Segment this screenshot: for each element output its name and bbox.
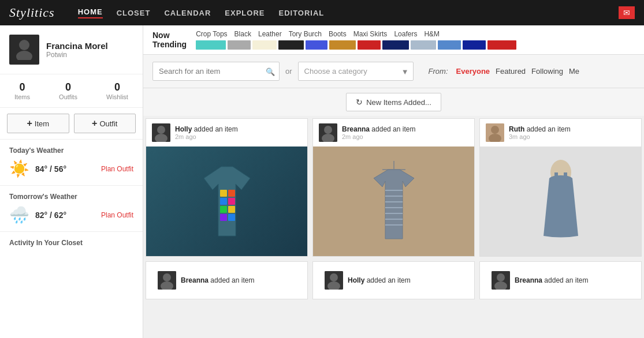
nav-explore[interactable]: EXPLORE xyxy=(225,9,265,17)
avatar-icon-b2 xyxy=(158,271,176,290)
svg-point-0 xyxy=(19,40,29,50)
search-icon[interactable]: 🔍 xyxy=(266,67,275,76)
item-image-ruth[interactable] xyxy=(480,147,641,256)
profile-name: Francina Morel xyxy=(46,41,108,51)
swatch-medium-blue xyxy=(438,40,461,50)
tomorrow-weather-row: 🌧️ 82° / 62° Plan Outfit xyxy=(9,205,133,224)
svg-point-15 xyxy=(324,126,332,134)
item-card-header-ruth: Ruth added an item 3m ago xyxy=(480,119,641,147)
new-items-label: New Items Added... xyxy=(366,98,431,107)
bottom-avatar-breanna2 xyxy=(158,271,176,290)
swatch-teal xyxy=(196,40,226,50)
avatar-icon-b3 xyxy=(492,271,510,290)
item-card-time-ruth: 3m ago xyxy=(509,133,635,140)
swatch-black xyxy=(278,40,304,50)
items-label: Items xyxy=(14,93,30,100)
tshirt-graphic xyxy=(192,161,262,242)
tag-tory-burch[interactable]: Tory Burch xyxy=(289,30,322,38)
avatar-icon-breanna xyxy=(319,123,337,142)
svg-rect-13 xyxy=(228,214,235,221)
today-weather-icon: ☀️ xyxy=(9,159,29,178)
filter-me[interactable]: Me xyxy=(569,67,579,76)
avatar-icon-h2 xyxy=(325,271,343,290)
bottom-avatar-holly2 xyxy=(325,271,343,290)
nav-links: HOME CLOSET CALENDAR EXPLORE EDITORIAL xyxy=(78,7,325,18)
activity-title: Activity In Your Closet xyxy=(9,239,133,247)
filter-featured[interactable]: Featured xyxy=(496,67,526,76)
add-outfit-button[interactable]: + Outfit xyxy=(74,114,136,133)
bottom-card-title-h2: Holly added an item xyxy=(348,276,463,284)
wishlist-count: 0 xyxy=(106,81,128,93)
item-card-holly: Holly added an item 2m ago xyxy=(146,118,308,257)
stat-items: 0 Items xyxy=(14,81,30,100)
mail-icon[interactable]: ✉ xyxy=(619,6,635,19)
tag-black[interactable]: Black xyxy=(234,30,251,38)
nav-closet[interactable]: CLOSET xyxy=(117,9,151,17)
bottom-card-title-b3: Breanna added an item xyxy=(515,276,630,284)
svg-rect-20 xyxy=(385,190,403,191)
stat-outfits: 0 Outfits xyxy=(59,81,77,100)
svg-rect-23 xyxy=(385,207,403,208)
tomorrow-weather-icon: 🌧️ xyxy=(9,205,29,224)
tag-boots[interactable]: Boots xyxy=(329,30,347,38)
bottom-card-header-breanna3: Breanna added an item xyxy=(486,266,635,294)
bottom-card-info-b3: Breanna added an item xyxy=(515,276,630,284)
bottom-card-header-breanna2: Breanna added an item xyxy=(152,266,301,294)
avatar-icon-ruth xyxy=(486,123,504,142)
svg-rect-21 xyxy=(385,196,403,197)
tag-loafers[interactable]: Loafers xyxy=(394,30,417,38)
new-items-button[interactable]: ↻ New Items Added... xyxy=(346,93,441,111)
category-select[interactable]: Choose a category Tops Bottoms Dresses S… xyxy=(298,62,414,81)
tag-hm[interactable]: H&M xyxy=(424,30,440,38)
item-card-info-breanna: Breanna added an item 2m ago xyxy=(342,125,468,140)
wishlist-label: Wishlist xyxy=(106,93,128,100)
add-item-button[interactable]: + Item xyxy=(7,114,69,133)
search-input[interactable] xyxy=(152,62,280,81)
svg-rect-31 xyxy=(554,172,558,179)
tomorrow-plan-outfit-link[interactable]: Plan Outfit xyxy=(101,211,133,219)
svg-rect-6 xyxy=(220,190,227,197)
avatar xyxy=(9,35,39,65)
bottom-card-title-b2: Breanna added an item xyxy=(181,276,296,284)
item-image-breanna[interactable] xyxy=(313,147,474,256)
category-select-wrapper: Choose a category Tops Bottoms Dresses S… xyxy=(298,62,414,81)
tag-crop-tops[interactable]: Crop Tops xyxy=(196,30,227,38)
bottom-card-breanna3: Breanna added an item xyxy=(479,261,642,299)
bottom-items-row: Breanna added an item Holly added an ite… xyxy=(143,259,644,302)
svg-point-34 xyxy=(163,273,171,281)
svg-rect-26 xyxy=(385,224,403,226)
swatch-navy xyxy=(382,40,409,50)
add-outfit-label: Outfit xyxy=(99,119,117,128)
swatch-cream xyxy=(252,40,277,50)
svg-rect-10 xyxy=(220,206,227,213)
svg-point-40 xyxy=(497,273,505,281)
nav-home[interactable]: HOME xyxy=(78,7,103,18)
today-weather-row: ☀️ 84° / 56° Plan Outfit xyxy=(9,159,133,178)
swatch-blue xyxy=(306,40,327,50)
nav-editorial[interactable]: EDITORIAL xyxy=(278,9,324,17)
item-image-holly[interactable] xyxy=(146,147,307,256)
item-card-info-ruth: Ruth added an item 3m ago xyxy=(509,125,635,140)
app-logo: Stylitics xyxy=(9,5,55,20)
plus-icon: + xyxy=(27,118,32,129)
filter-everyone[interactable]: Everyone xyxy=(456,67,490,76)
today-plan-outfit-link[interactable]: Plan Outfit xyxy=(101,165,133,173)
top-navigation: Stylitics HOME CLOSET CALENDAR EXPLORE E… xyxy=(0,0,644,25)
filter-following[interactable]: Following xyxy=(531,67,563,76)
from-label: From: xyxy=(429,67,448,76)
swatch-red2 xyxy=(487,40,516,50)
shirt-graphic xyxy=(365,158,423,245)
new-items-bar: ↻ New Items Added... xyxy=(143,88,644,116)
item-card-breanna: Breanna added an item 2m ago xyxy=(312,118,475,257)
outfits-count: 0 xyxy=(59,81,77,93)
svg-marker-19 xyxy=(374,170,414,239)
item-card-info-holly: Holly added an item 2m ago xyxy=(175,125,301,140)
nav-calendar[interactable]: CALENDAR xyxy=(164,9,211,17)
svg-point-37 xyxy=(330,273,338,281)
tag-maxi-skirts[interactable]: Maxi Skirts xyxy=(353,30,388,38)
profile-section: Francina Morel Potwin xyxy=(0,25,143,74)
tag-leather[interactable]: Leather xyxy=(258,30,282,38)
bottom-card-breanna2: Breanna added an item xyxy=(146,261,308,299)
svg-rect-12 xyxy=(220,214,227,221)
svg-point-1 xyxy=(16,51,32,60)
